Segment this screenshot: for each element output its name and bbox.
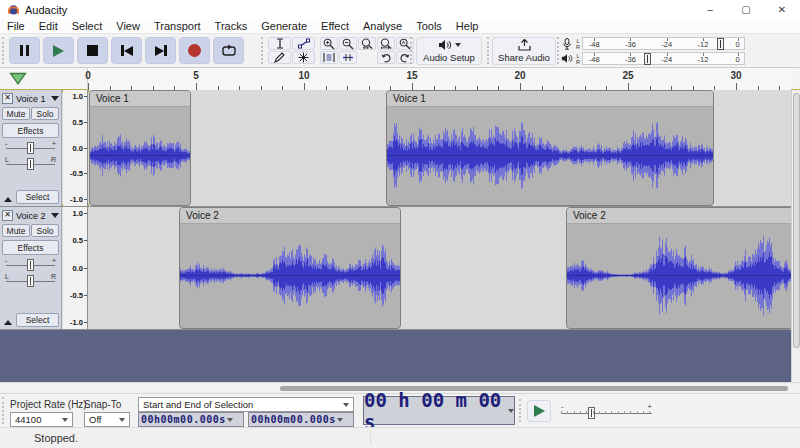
audio-position-display[interactable]: 00 h 00 m 00 s (363, 396, 515, 425)
timeline-ruler[interactable]: 051015202530 (0, 68, 800, 90)
menu-item-tracks[interactable]: Tracks (208, 20, 255, 32)
collapse-track-button[interactable] (2, 317, 14, 327)
menu-item-effect[interactable]: Effect (314, 20, 356, 32)
menu-item-file[interactable]: File (0, 20, 32, 32)
collapse-track-button[interactable] (2, 194, 14, 204)
volume-slider-thumb[interactable] (644, 53, 651, 65)
toolbar-grip[interactable] (2, 37, 6, 64)
share-audio-button[interactable]: Share Audio (492, 37, 556, 65)
pan-slider[interactable]: LR (2, 156, 59, 170)
gain-slider[interactable]: -+ (2, 257, 59, 271)
waveform-canvas[interactable] (387, 107, 713, 204)
skip-to-start-button[interactable] (111, 37, 142, 64)
selection-mode-combobox[interactable]: Start and End of Selection (138, 397, 354, 412)
selection-end-timefield[interactable]: 00h00m00.000s (248, 412, 354, 427)
solo-button[interactable]: Solo (31, 224, 59, 237)
toolbar-grip[interactable] (487, 37, 491, 64)
stop-button[interactable] (77, 37, 108, 64)
selection-tool-button[interactable] (268, 37, 291, 50)
recording-meter-scale[interactable]: -48-36-24-120 (582, 37, 745, 50)
clip-area[interactable]: Voice 1Voice 1 (89, 90, 791, 206)
close-button[interactable]: ✕ (764, 0, 800, 19)
gain-slider[interactable]: -+ (2, 140, 59, 154)
track-close-button[interactable]: ✕ (2, 93, 13, 104)
trim-audio-button[interactable] (320, 51, 338, 64)
clip-area[interactable]: Voice 2Voice 2 (89, 207, 791, 329)
gain-slider-thumb[interactable] (27, 259, 34, 271)
menu-item-generate[interactable]: Generate (254, 20, 314, 32)
mute-button[interactable]: Mute (2, 107, 30, 120)
toolbar-grip[interactable] (261, 37, 265, 64)
menu-item-view[interactable]: View (109, 20, 147, 32)
waveform-canvas[interactable] (180, 224, 400, 327)
play-speed-slider[interactable]: - + (559, 401, 654, 421)
selection-start-timefield[interactable]: 00h00m00.000s (138, 412, 244, 427)
menu-item-transport[interactable]: Transport (147, 20, 208, 32)
draw-tool-button[interactable] (268, 51, 291, 64)
waveform-canvas[interactable] (90, 107, 190, 204)
silence-audio-button[interactable] (339, 51, 357, 64)
pan-slider-thumb[interactable] (27, 158, 34, 170)
toolbar-grip[interactable] (2, 397, 6, 424)
volume-slider-thumb[interactable] (717, 38, 724, 50)
pan-slider[interactable]: LR (2, 273, 59, 287)
track-menu-caret-icon[interactable] (51, 96, 59, 101)
menu-item-tools[interactable]: Tools (409, 20, 449, 32)
clip-header[interactable]: Voice 1 (387, 91, 713, 107)
undo-button[interactable] (377, 51, 395, 64)
vertical-scrollbar-thumb[interactable] (793, 93, 800, 348)
loop-button[interactable] (213, 37, 244, 64)
track-close-button[interactable]: ✕ (2, 210, 13, 221)
track-menu-caret-icon[interactable] (51, 213, 59, 218)
clip-header[interactable]: Voice 2 (567, 208, 791, 224)
vertical-scrollbar[interactable] (791, 90, 800, 382)
toolbar-grip[interactable] (519, 399, 523, 422)
track-name[interactable]: Voice 1 (16, 94, 48, 104)
clip-header[interactable]: Voice 2 (180, 208, 400, 224)
audio-clip[interactable]: Voice 1 (89, 90, 191, 206)
audio-clip[interactable]: Voice 2 (179, 207, 401, 329)
solo-button[interactable]: Solo (31, 107, 59, 120)
zoom-in-button[interactable] (320, 37, 338, 50)
zoom-out-button[interactable] (339, 37, 357, 50)
recording-meter[interactable]: LR -48-36-24-120 (560, 37, 745, 50)
project-rate-combobox[interactable]: 44100 (10, 412, 73, 427)
menu-item-edit[interactable]: Edit (32, 20, 65, 32)
minimize-button[interactable]: – (692, 0, 728, 19)
snap-to-combobox[interactable]: Off (84, 412, 130, 427)
fit-project-button[interactable] (377, 37, 395, 50)
toolbar-grip[interactable] (410, 37, 414, 64)
play-at-speed-button[interactable] (527, 400, 551, 422)
time-ruler-scale[interactable]: 051015202530 (88, 68, 791, 90)
select-button[interactable]: Select (16, 313, 59, 327)
select-button[interactable]: Select (16, 190, 59, 204)
pan-slider-thumb[interactable] (27, 275, 34, 287)
fit-selection-button[interactable] (358, 37, 376, 50)
vertical-scale-ruler[interactable]: 1.00.50.0-0.5-1.0 (63, 207, 88, 329)
envelope-tool-button[interactable] (292, 37, 315, 50)
clip-header[interactable]: Voice 1 (90, 91, 190, 107)
effects-button[interactable]: Effects (2, 123, 59, 138)
pause-button[interactable] (9, 37, 40, 64)
vertical-scale-ruler[interactable]: 1.00.50.0-0.5-1.0 (63, 90, 88, 206)
maximize-button[interactable]: ▢ (728, 0, 764, 19)
menu-item-select[interactable]: Select (65, 20, 110, 32)
audio-clip[interactable]: Voice 1 (386, 90, 714, 206)
play-button[interactable] (43, 37, 74, 64)
multi-tool-button[interactable] (292, 51, 315, 64)
menu-item-help[interactable]: Help (449, 20, 486, 32)
horizontal-scrollbar-thumb[interactable] (280, 386, 788, 391)
audio-setup-button[interactable]: Audio Setup (416, 37, 482, 65)
waveform-canvas[interactable] (567, 224, 791, 327)
loop-region-handle-icon[interactable] (9, 72, 27, 86)
effects-button[interactable]: Effects (2, 240, 59, 255)
skip-to-end-button[interactable] (145, 37, 176, 64)
menu-item-analyse[interactable]: Analyse (356, 20, 409, 32)
playback-meter-scale[interactable]: -48-36-24-120 (582, 52, 745, 65)
playback-meter[interactable]: LR -48-36-24-120 (560, 52, 745, 65)
gain-slider-thumb[interactable] (27, 142, 34, 154)
mute-button[interactable]: Mute (2, 224, 30, 237)
track-name[interactable]: Voice 2 (16, 211, 48, 221)
record-button[interactable] (179, 37, 210, 64)
audio-clip[interactable]: Voice 2 (566, 207, 791, 329)
